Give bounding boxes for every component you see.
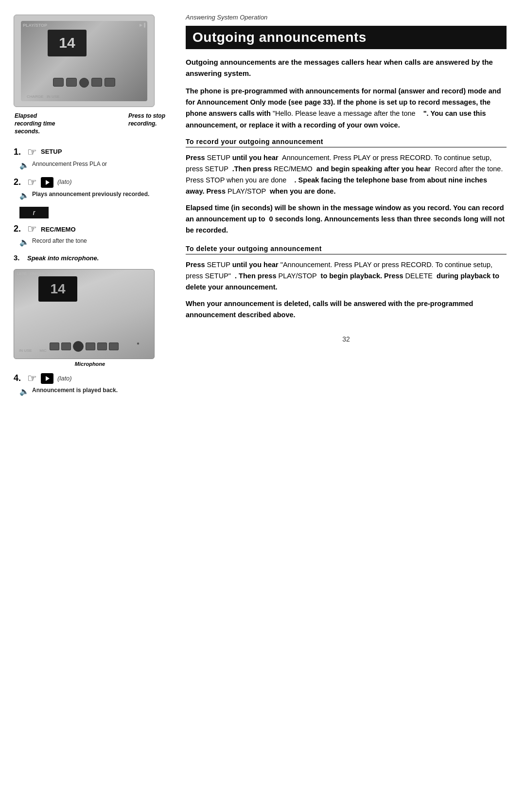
page-number: 32 xyxy=(186,335,507,343)
step-4-hand-icon: ☞ xyxy=(27,373,37,384)
device-display-1: 14 xyxy=(48,30,87,56)
step-2a-hand-icon: ☞ xyxy=(27,177,37,188)
device-display-2: 14 xyxy=(38,276,77,302)
step-1-sub: 🔈 Announcement Press PLA or xyxy=(19,160,166,170)
step-2a-area: 2. ☞ (lato) 🔈 Plays announcement previou… xyxy=(14,177,166,200)
intro-bold-text: Outgoing announcements are the messages … xyxy=(186,57,507,79)
step-3-area: 3. Speak into microphone. xyxy=(14,253,166,262)
step-2a-sub-text: Plays announcement previously recorded. xyxy=(32,190,149,198)
step-3-num: 3. xyxy=(14,253,23,262)
step-2b-hand-icon: ☞ xyxy=(27,223,37,235)
caption-elapsed: Elapsed recording time seconds. xyxy=(15,112,55,136)
step-4-label: (lato) xyxy=(57,375,72,383)
step-4-area: 4. ☞ (lato) 🔈 Announcement is played bac… xyxy=(14,373,166,396)
microphone-label: Microphone xyxy=(14,361,166,367)
step-1-num: 1. xyxy=(14,147,23,158)
section2-body: Press SETUP until you hear "Announcement… xyxy=(186,259,507,321)
caption-row: Elapsed recording time seconds. Press to… xyxy=(14,112,166,136)
step-4-sub: 🔈 Announcement is played back. xyxy=(19,386,166,396)
step-2a-sub: 🔈 Plays announcement previously recorded… xyxy=(19,190,166,200)
step-1-area: 1. ☞ SETUP 🔈 Announcement Press PLA or xyxy=(14,146,166,170)
device-btn xyxy=(53,78,64,87)
d2-btn-circ xyxy=(73,341,84,352)
device-btn-round xyxy=(79,78,89,88)
step-1-hand-icon: ☞ xyxy=(27,146,37,158)
step-2a-label: (lato) xyxy=(57,178,72,186)
step-2b-sub-text: Record after the tone xyxy=(32,237,87,245)
section1-heading: To record your outgoing announcement xyxy=(186,138,507,147)
caption-press: Press to stop recording. xyxy=(128,112,165,136)
intro-para: The phone is pre-programmed with announc… xyxy=(186,86,507,131)
svg-marker-0 xyxy=(46,180,50,185)
section-tag: Answering System Operation xyxy=(186,14,507,21)
svg-marker-1 xyxy=(46,376,50,381)
d2-btn xyxy=(97,343,107,350)
speaker-icon-1: 🔈 xyxy=(19,161,29,170)
device-btn xyxy=(105,78,115,87)
d2-btn xyxy=(86,343,95,350)
step-2b-area: 2. ☞ REC/MEMO 🔈 Record after the tone xyxy=(14,223,166,247)
play-btn-icon-2 xyxy=(41,373,53,384)
step-3-label: Speak into microphone. xyxy=(27,254,99,262)
device-btn xyxy=(91,78,102,87)
left-column: 14 PLAY/STOP ▶▐ CHARGE IN USE Elapsed re… xyxy=(0,0,175,812)
speaker-icon-2a: 🔈 xyxy=(19,191,29,200)
section1-body: Press SETUP until you hear Announcement.… xyxy=(186,152,507,236)
device-image-2: 14 LETE ON/OFF REPEAT SKIP IN USE MIC ● xyxy=(14,269,155,359)
speaker-icon-4: 🔈 xyxy=(19,387,29,396)
d2-btn xyxy=(61,343,71,350)
step-4-num: 4. xyxy=(14,373,23,384)
step-2b-sub: 🔈 Record after the tone xyxy=(19,237,166,247)
play-btn-icon xyxy=(41,177,53,188)
device-btn xyxy=(66,78,77,87)
page-title: Outgoing announcements xyxy=(186,26,507,49)
step-2b-num: 2. xyxy=(14,224,23,235)
step-2b-label: REC/MEMO xyxy=(41,226,76,233)
step-4-sub-text: Announcement is played back. xyxy=(32,386,118,394)
right-column: Answering System Operation Outgoing anno… xyxy=(175,0,525,812)
step-1-label: SETUP xyxy=(41,148,62,156)
d2-btn xyxy=(50,343,59,350)
step-2a-num: 2. xyxy=(14,177,23,188)
speaker-icon-2b: 🔈 xyxy=(19,237,29,247)
device-image-1: 14 PLAY/STOP ▶▐ CHARGE IN USE xyxy=(14,15,155,107)
black-bar: r xyxy=(19,207,49,218)
d2-btn xyxy=(109,343,119,350)
section2-heading: To delete your outgoing announcement xyxy=(186,245,507,254)
step-1-sub-text: Announcement Press PLA or xyxy=(32,160,107,168)
